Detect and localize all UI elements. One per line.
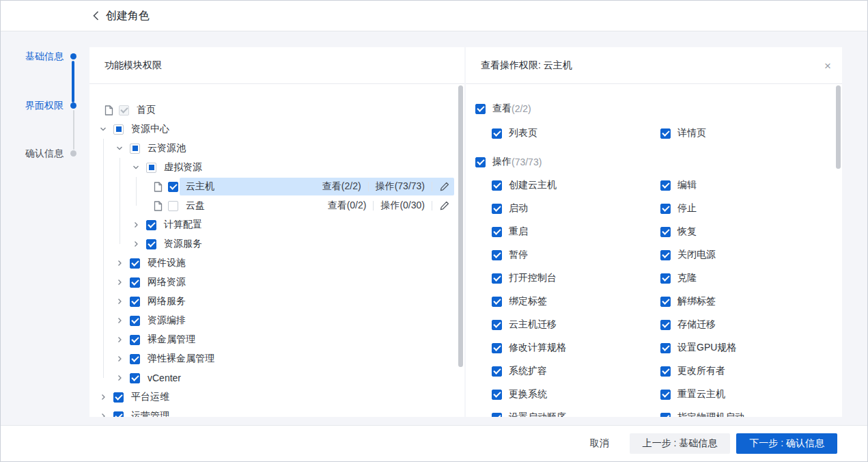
tree-row[interactable]: 计算配置	[89, 215, 454, 234]
prev-step-button[interactable]: 上一步 : 基础信息	[630, 433, 731, 454]
permission-item[interactable]: 解绑标签	[660, 294, 829, 309]
caret-right-icon[interactable]	[99, 393, 107, 401]
step-ui-permission[interactable]: 界面权限	[9, 100, 64, 111]
permission-item[interactable]: 克隆	[660, 271, 829, 286]
permission-item[interactable]: 设置启动顺序	[492, 410, 660, 417]
tree-checkbox[interactable]	[146, 239, 156, 249]
permission-item[interactable]: 暂停	[492, 247, 660, 262]
permission-item[interactable]: 绑定标签	[492, 294, 660, 309]
tree-row[interactable]: vCenter	[89, 368, 454, 388]
permission-checkbox[interactable]	[492, 250, 502, 260]
tree-checkbox[interactable]	[130, 316, 140, 326]
caret-right-icon[interactable]	[115, 297, 124, 305]
next-step-button[interactable]: 下一步 : 确认信息	[736, 433, 837, 454]
cancel-button[interactable]: 取消	[590, 433, 609, 454]
permission-checkbox[interactable]	[660, 227, 671, 237]
permission-checkbox[interactable]	[492, 204, 502, 214]
tree-checkbox[interactable]	[130, 258, 140, 269]
permission-checkbox[interactable]	[660, 320, 671, 330]
permission-item[interactable]: 恢复	[660, 224, 829, 239]
tree-row[interactable]: 网络服务	[89, 292, 454, 311]
caret-down-icon[interactable]	[132, 163, 140, 172]
permission-item[interactable]: 停止	[660, 201, 829, 216]
tree-row[interactable]: 虚拟资源	[89, 158, 454, 177]
caret-right-icon[interactable]	[115, 374, 124, 382]
permission-item[interactable]: 更改所有者	[660, 364, 829, 379]
tree-checkbox[interactable]	[130, 297, 140, 307]
permission-item[interactable]: 重置云主机	[660, 387, 829, 402]
permission-item[interactable]: 启动	[492, 201, 660, 216]
permission-item[interactable]: 云主机迁移	[492, 317, 660, 332]
tree-checkbox[interactable]	[113, 124, 124, 135]
caret-down-icon[interactable]	[99, 125, 107, 133]
permission-checkbox[interactable]	[492, 273, 502, 284]
edit-permission-button[interactable]	[439, 181, 450, 192]
edit-permission-button[interactable]	[439, 200, 450, 211]
permission-item[interactable]: 详情页	[660, 126, 829, 141]
permission-item[interactable]: 编辑	[660, 178, 829, 193]
permission-item[interactable]: 更换系统	[492, 387, 660, 402]
caret-down-icon[interactable]	[115, 144, 124, 152]
tree-checkbox[interactable]	[113, 411, 124, 418]
permission-checkbox[interactable]	[492, 128, 502, 139]
detail-panel-scrollbar[interactable]	[836, 85, 841, 169]
permission-checkbox[interactable]	[660, 204, 671, 214]
permission-item[interactable]: 创建云主机	[492, 178, 660, 193]
permission-checkbox[interactable]	[492, 180, 502, 191]
tree-checkbox[interactable]	[168, 201, 178, 211]
module-tree-scrollbar[interactable]	[458, 85, 463, 367]
tree-row[interactable]: 资源中心	[89, 120, 454, 139]
caret-right-icon[interactable]	[115, 355, 124, 363]
permission-checkbox[interactable]	[660, 273, 671, 284]
permission-item[interactable]: 关闭电源	[660, 247, 829, 262]
tree-checkbox[interactable]	[130, 144, 140, 154]
permission-checkbox[interactable]	[492, 413, 502, 418]
tree-row[interactable]: 首页	[89, 100, 454, 120]
close-icon[interactable]: ×	[824, 59, 831, 71]
permission-checkbox[interactable]	[492, 320, 502, 330]
permission-checkbox[interactable]	[660, 128, 671, 139]
tree-row[interactable]: 网络资源	[89, 273, 454, 292]
tree-row[interactable]: 云资源池	[89, 139, 454, 158]
tree-checkbox[interactable]	[168, 182, 178, 192]
permission-checkbox[interactable]	[492, 366, 502, 377]
tree-row[interactable]: 裸金属管理	[89, 330, 454, 349]
permission-checkbox[interactable]	[660, 366, 671, 377]
permission-checkbox[interactable]	[660, 343, 671, 353]
permission-item[interactable]: 打开控制台	[492, 271, 660, 286]
permission-checkbox[interactable]	[492, 343, 502, 353]
tree-row[interactable]: 硬件设施	[89, 254, 454, 273]
caret-right-icon[interactable]	[115, 259, 124, 267]
permission-item[interactable]: 列表页	[492, 126, 660, 141]
tree-row[interactable]: 资源服务	[89, 234, 454, 254]
step-confirm-info[interactable]: 确认信息	[9, 148, 64, 159]
caret-right-icon[interactable]	[115, 278, 124, 286]
tree-checkbox[interactable]	[130, 354, 140, 364]
permission-item[interactable]: 系统扩容	[492, 364, 660, 379]
step-basic-info[interactable]: 基础信息	[9, 51, 64, 62]
caret-right-icon[interactable]	[99, 412, 107, 417]
tree-checkbox[interactable]	[130, 373, 140, 383]
caret-right-icon[interactable]	[132, 221, 140, 229]
permission-item[interactable]: 修改计算规格	[492, 340, 660, 355]
tree-checkbox[interactable]	[146, 220, 156, 230]
permission-checkbox[interactable]	[660, 413, 671, 418]
permission-checkbox[interactable]	[492, 227, 502, 237]
caret-right-icon[interactable]	[115, 316, 124, 325]
tree-row[interactable]: 资源编排	[89, 311, 454, 330]
permission-checkbox[interactable]	[492, 390, 502, 400]
back-button[interactable]	[89, 10, 102, 22]
permission-checkbox[interactable]	[660, 250, 671, 260]
tree-row[interactable]: 云主机查看(2/2)操作(73/73)	[89, 177, 454, 196]
permission-item[interactable]: 设置GPU规格	[660, 340, 829, 355]
permission-checkbox[interactable]	[660, 180, 671, 191]
permission-item[interactable]: 指定物理机启动	[660, 410, 829, 417]
tree-row[interactable]: 运营管理	[89, 407, 454, 417]
caret-right-icon[interactable]	[115, 336, 124, 344]
tree-row[interactable]: 平台运维	[89, 388, 454, 407]
permission-item[interactable]: 重启	[492, 224, 660, 239]
permission-checkbox[interactable]	[660, 390, 671, 400]
tree-checkbox[interactable]	[146, 163, 156, 173]
permission-group-checkbox[interactable]	[475, 157, 486, 167]
permission-checkbox[interactable]	[660, 297, 671, 307]
